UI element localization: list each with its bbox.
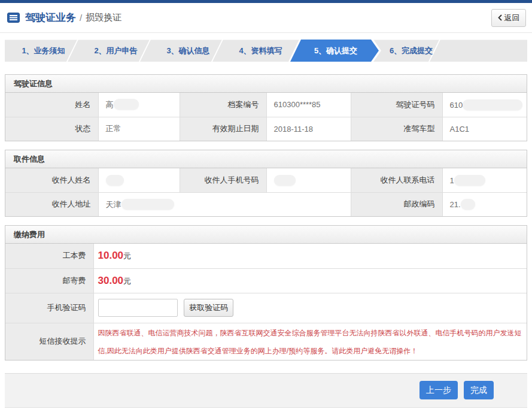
recipient-tel-value: 1 — [442, 168, 527, 192]
recipient-mobile-value — [266, 168, 351, 192]
pickup-info-table: 收件人姓名 收件人手机号码 收件人联系电话 1 收件人地址 天津 邮政编码 21… — [5, 168, 527, 216]
table-row: 状态 正常 有效期止日期 2018-11-18 准驾车型 A1C1 — [5, 117, 527, 141]
production-fee-unit: 元 — [123, 252, 131, 260]
table-row: 手机验证码 获取验证码 — [5, 293, 527, 323]
get-code-button[interactable]: 获取验证码 — [184, 299, 233, 317]
vehicle-class-value: A1C1 — [442, 117, 527, 141]
name-value: 高 — [98, 93, 180, 117]
license-no-value: 610 — [442, 93, 527, 117]
step-3-confirm-info[interactable]: 3、确认信息 — [152, 40, 224, 62]
step-6-complete[interactable]: 6、完成提交 — [375, 40, 447, 62]
recipient-tel-label: 收件人联系电话 — [351, 168, 442, 192]
step-2-declaration[interactable]: 2、用户申告 — [80, 40, 152, 62]
redaction-blur — [106, 175, 124, 186]
postal-code-label: 邮政编码 — [351, 192, 442, 216]
fees-table: 工本费 10.00元 邮寄费 30.00元 手机验证码 获取验证码 短信接收提示… — [5, 244, 527, 360]
sms-notice-text: 因陕西省联通、电信运营商技术问题，陕西省互联网交通安全综合服务管理平台无法向持陕… — [93, 323, 527, 360]
status-value: 正常 — [98, 117, 180, 141]
step-1-notice[interactable]: 1、业务须知 — [7, 40, 80, 62]
redaction-blur — [114, 99, 139, 110]
footer-action-bar: 上一步 完成 — [5, 373, 527, 408]
license-no-label: 驾驶证号码 — [351, 93, 442, 117]
expiry-label: 有效期止日期 — [180, 117, 266, 141]
license-info-section: 驾驶证信息 姓名 高 档案编号 610300****85 驾驶证号码 610 状… — [5, 74, 527, 141]
finish-button[interactable]: 完成 — [464, 381, 494, 399]
back-button[interactable]: 返回 — [491, 9, 526, 27]
postage-fee-unit: 元 — [123, 277, 131, 286]
redaction-blur — [121, 199, 174, 210]
redaction-blur — [454, 175, 485, 186]
recipient-name-value — [98, 168, 180, 192]
fees-section: 缴纳费用 工本费 10.00元 邮寄费 30.00元 手机验证码 获取验证码 短… — [5, 225, 527, 360]
step-4-fill-data[interactable]: 4、资料填写 — [224, 40, 297, 62]
pickup-info-section: 取件信息 收件人姓名 收件人手机号码 收件人联系电话 1 收件人地址 天津 邮政… — [5, 150, 527, 217]
redaction-blur — [274, 175, 296, 186]
license-info-title: 驾驶证信息 — [5, 75, 527, 93]
table-row: 短信接收提示 因陕西省联通、电信运营商技术问题，陕西省互联网交通安全综合服务管理… — [5, 323, 527, 360]
status-label: 状态 — [5, 117, 98, 141]
back-button-label: 返回 — [504, 13, 520, 23]
vehicle-class-label: 准驾车型 — [351, 117, 442, 141]
fees-title: 缴纳费用 — [5, 226, 527, 244]
redaction-blur — [461, 199, 475, 210]
chevron-left-icon — [498, 14, 502, 21]
production-fee-value: 10.00元 — [93, 244, 527, 268]
table-row: 姓名 高 档案编号 610300****85 驾驶证号码 610 — [5, 93, 527, 117]
step-5-confirm-submit[interactable]: 5、确认提交 — [294, 40, 378, 62]
page-header: 驾驶证业务 / 损毁换证 返回 — [0, 3, 532, 33]
file-no-value: 610300****85 — [266, 93, 351, 117]
name-label: 姓名 — [5, 93, 98, 117]
recipient-address-value: 天津 — [98, 192, 351, 216]
previous-step-button[interactable]: 上一步 — [419, 381, 458, 399]
recipient-mobile-label: 收件人手机号码 — [180, 168, 266, 192]
breadcrumb-separator: / — [80, 13, 82, 23]
postage-fee-amount: 30.00 — [98, 275, 124, 286]
postal-code-value: 21. — [442, 192, 527, 216]
sms-notice-label: 短信接收提示 — [5, 323, 93, 360]
redaction-blur — [463, 99, 522, 110]
recipient-address-label: 收件人地址 — [5, 192, 98, 216]
breadcrumb-current: 损毁换证 — [86, 12, 121, 23]
postage-fee-value: 30.00元 — [93, 268, 527, 293]
postage-fee-label: 邮寄费 — [5, 268, 93, 293]
sms-code-input[interactable] — [98, 299, 178, 317]
table-row: 收件人姓名 收件人手机号码 收件人联系电话 1 — [5, 168, 527, 192]
sms-code-cell: 获取验证码 — [93, 293, 527, 323]
production-fee-label: 工本费 — [5, 244, 93, 268]
table-row: 邮寄费 30.00元 — [5, 268, 527, 293]
production-fee-amount: 10.00 — [98, 250, 124, 261]
page-title: 驾驶证业务 — [25, 11, 76, 25]
table-row: 收件人地址 天津 邮政编码 21. — [5, 192, 527, 216]
sms-code-label: 手机验证码 — [5, 293, 93, 323]
expiry-value: 2018-11-18 — [266, 117, 351, 141]
recipient-name-label: 收件人姓名 — [5, 168, 98, 192]
step-progress-bar: 1、业务须知 2、用户申告 3、确认信息 4、资料填写 5、确认提交 6、完成提… — [5, 40, 527, 62]
file-no-label: 档案编号 — [180, 93, 266, 117]
list-icon — [7, 13, 20, 23]
pickup-info-title: 取件信息 — [5, 150, 527, 168]
table-row: 工本费 10.00元 — [5, 244, 527, 268]
license-info-table: 姓名 高 档案编号 610300****85 驾驶证号码 610 状态 正常 有… — [5, 93, 527, 141]
